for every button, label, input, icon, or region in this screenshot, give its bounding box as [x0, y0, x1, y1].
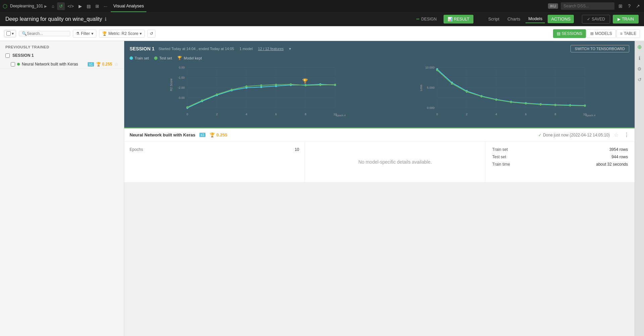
train-icon: ▶	[617, 17, 620, 22]
view-sessions[interactable]: ▤ SESSIONS	[553, 29, 586, 38]
svg-text:8: 8	[305, 113, 306, 116]
help-icon[interactable]: ?	[627, 2, 632, 10]
session-label[interactable]: SESSION 1	[12, 53, 34, 58]
nav-icon-home[interactable]: ⌂	[50, 2, 56, 10]
svg-text:4: 4	[495, 113, 497, 116]
legend-train-label: Train set	[135, 56, 149, 60]
sidebar-model-row[interactable]: Neural Network built with Keras s1 🏆 0.2…	[0, 60, 124, 69]
tensorboard-button[interactable]: SWITCH TO TENSORBOARD	[570, 45, 629, 52]
details-more[interactable]: ⋮	[624, 132, 629, 138]
checkbox-input[interactable]	[6, 31, 11, 36]
apps-icon[interactable]: ⊞	[617, 2, 624, 10]
svg-text:R2 Score: R2 Score	[170, 78, 173, 91]
right-icons: IKU ⊞ ? ↗	[548, 2, 641, 10]
train-button[interactable]: ▶ TRAIN	[613, 15, 639, 24]
svg-point-43	[319, 84, 321, 86]
saved-icon: ✓	[587, 17, 590, 22]
sidebar: Previously trained SESSION 1 Neural Netw…	[0, 41, 124, 336]
toolbar: ▾ 🔍 ⚗ Filter ▾ 🏆 Metric: R2 Score ▾ ↺ ▤ …	[0, 26, 644, 41]
nav-charts[interactable]: Charts	[505, 15, 523, 23]
result-label: RESULT	[454, 17, 469, 22]
info-icon[interactable]: ℹ	[105, 16, 106, 22]
refresh-button[interactable]: ↺	[147, 30, 155, 38]
saved-button[interactable]: ✓ SAVED	[582, 15, 610, 24]
session-header: SESSION 1 Started Today at 14:04 , ended…	[130, 45, 629, 52]
session-checkbox[interactable]	[5, 53, 10, 58]
sidebar-section-title: Previously trained	[0, 41, 124, 51]
metric-select[interactable]: 🏆 Metric: R2 Score ▾	[99, 30, 145, 38]
nav-icon-refresh[interactable]: ↺	[57, 2, 65, 10]
nav-icon-grid[interactable]: ⊞	[93, 2, 101, 10]
models-icon: ⊞	[590, 31, 594, 36]
metric-arrow: ▾	[140, 31, 142, 36]
svg-text:0.00: 0.00	[179, 66, 185, 69]
svg-point-34	[186, 106, 188, 108]
svg-text:6: 6	[525, 113, 526, 116]
test-set-label: Test set	[492, 155, 506, 159]
svg-point-89	[584, 105, 586, 107]
model-star[interactable]: ☆	[114, 61, 119, 67]
model-details-score: 🏆 0.255	[210, 132, 227, 137]
search-input[interactable]	[561, 2, 614, 10]
model-details-header: Neural Network built with Keras s1 🏆 0.2…	[124, 128, 635, 142]
svg-text:-2.00: -2.00	[178, 86, 185, 89]
nav-models[interactable]: Models	[525, 15, 545, 23]
svg-text:Epoch #: Epoch #	[336, 114, 346, 117]
model-details-col-stats: Train set 3954 rows Test set 944 rows Tr…	[486, 142, 635, 182]
legend-train: Train set	[130, 56, 149, 60]
session-meta: Started Today at 14:04 , ended Today at …	[158, 47, 291, 51]
svg-text:-1.00: -1.00	[178, 76, 185, 79]
top-nav: ⬡ Deeplearning_101 ▶ ⌂ ↺ </> ▶ ▤ ⊞ ··· V…	[0, 0, 644, 12]
trophy-legend-icon: 🏆	[177, 56, 182, 60]
nav-icon-database[interactable]: ▤	[85, 2, 93, 10]
view-table[interactable]: ≡ TABLE	[616, 29, 640, 38]
nav-icons: ⌂ ↺ </> ▶ ▤ ⊞ ···	[50, 2, 109, 10]
legend-kept-label: Model kept	[184, 56, 202, 60]
search-wrap: 🔍	[19, 31, 70, 36]
test-set-row: Test set 944 rows	[492, 155, 628, 159]
details-star[interactable]: ☆	[614, 132, 618, 138]
svg-text:4: 4	[245, 113, 247, 116]
right-sidebar-icon-4[interactable]: ↺	[638, 77, 642, 82]
svg-text:5.000: 5.000	[427, 86, 434, 89]
svg-point-87	[554, 104, 556, 106]
model-checkbox[interactable]	[11, 62, 15, 67]
design-label: DESIGN	[421, 17, 436, 22]
view-buttons: ▤ SESSIONS ⊞ MODELS ≡ TABLE	[553, 29, 640, 38]
session-panel: SESSION 1 Started Today at 14:04 , ended…	[124, 41, 635, 127]
filter-arrow: ▾	[91, 31, 93, 36]
dropdown-arrow[interactable]: ▾	[12, 31, 14, 36]
search-icon: 🔍	[22, 31, 27, 36]
right-sidebar-icon-1[interactable]: ⊕	[637, 44, 642, 50]
table-icon: ≡	[620, 31, 623, 36]
svg-text:2: 2	[466, 113, 467, 116]
nav-script[interactable]: Script	[486, 15, 502, 23]
session-id: SESSION 1	[130, 46, 154, 51]
filter-button[interactable]: ⚗ Filter ▾	[73, 30, 96, 38]
legend-test: Test set	[154, 56, 172, 60]
view-models[interactable]: ⊞ MODELS	[587, 29, 616, 38]
select-all-checkbox[interactable]: ▾	[4, 30, 16, 37]
sidebar-session: SESSION 1	[0, 51, 124, 60]
nav-icon-more[interactable]: ···	[102, 2, 109, 10]
right-sidebar-icon-2[interactable]: ℹ	[639, 55, 640, 61]
check-icon: ✓	[538, 133, 542, 137]
design-button[interactable]: ✏ DESIGN	[412, 15, 441, 24]
session-features[interactable]: 12 / 12 features	[258, 47, 283, 51]
project-name-label: Deeplearning_101	[10, 4, 43, 8]
project-name[interactable]: Deeplearning_101 ▶	[10, 4, 47, 8]
nav-actions[interactable]: ACTIONS	[548, 15, 574, 23]
search-field[interactable]	[27, 31, 67, 36]
trophy-icon-detail: 🏆	[210, 132, 215, 137]
nav-icon-play[interactable]: ▶	[77, 2, 84, 10]
svg-point-39	[260, 84, 262, 86]
result-button[interactable]: 📊 RESULT	[444, 15, 473, 24]
model-status-dot	[17, 63, 20, 66]
right-sidebar-icon-3[interactable]: ⚙	[637, 66, 642, 72]
svg-point-37	[231, 89, 233, 91]
active-tab-label[interactable]: Visual Analyses	[111, 0, 147, 12]
nav-icon-code[interactable]: </>	[65, 2, 76, 10]
app-logo[interactable]: ⬡	[3, 3, 7, 9]
model-details-col-no-details: No model-specific details available.	[305, 142, 486, 182]
user-icon[interactable]: ↗	[635, 2, 641, 10]
